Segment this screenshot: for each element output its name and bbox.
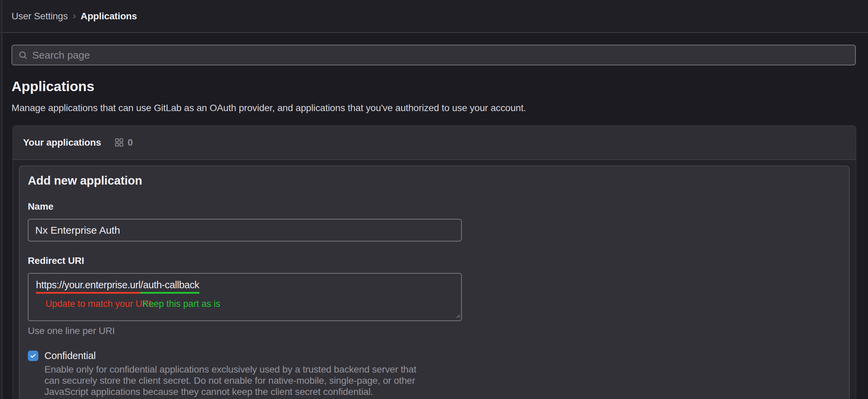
your-applications-title: Your applications: [23, 137, 101, 148]
add-application-title: Add new application: [28, 174, 841, 187]
breadcrumb-user-settings[interactable]: User Settings: [12, 11, 68, 22]
page-description: Manage applications that can use GitLab …: [12, 103, 856, 113]
annotation-keep-label: Keep this part as is: [142, 298, 220, 310]
main-content: Applications Manage applications that ca…: [0, 45, 868, 399]
redirect-uri-textarea[interactable]: https://your.enterprise.urlUpdate to mat…: [28, 273, 462, 321]
check-icon: [29, 352, 37, 359]
confidential-checkbox[interactable]: [28, 351, 38, 361]
your-applications-header: Your applications 0: [13, 126, 856, 160]
add-application-card: Add new application Name Redirect URI ht…: [19, 166, 850, 399]
redirect-uri-part-update: https://your.enterprise.urlUpdate to mat…: [36, 279, 140, 291]
breadcrumb-applications: Applications: [81, 11, 137, 22]
confidential-label[interactable]: Confidential: [44, 350, 96, 361]
page-title: Applications: [12, 79, 856, 94]
panel-body: Add new application Name Redirect URI ht…: [13, 160, 856, 399]
name-input[interactable]: [28, 219, 462, 241]
breadcrumb: User Settings › Applications: [12, 10, 137, 22]
applications-count-badge: 0: [127, 137, 133, 148]
confidential-row: Confidential: [28, 350, 841, 361]
left-edge-strip: [1, 0, 3, 399]
redirect-uri-part-keep: /auth-callbackKeep this part as is: [140, 279, 199, 291]
redirect-uri-hint: Use one line per URI: [28, 326, 841, 336]
search-page-box[interactable]: [12, 45, 856, 65]
applications-grid-icon: [108, 138, 124, 147]
redirect-uri-label: Redirect URI: [28, 255, 841, 266]
top-bar: User Settings › Applications: [0, 0, 868, 33]
resize-handle-icon[interactable]: [456, 313, 460, 319]
chevron-right-icon: ›: [73, 10, 76, 22]
search-icon: [18, 50, 28, 60]
annotation-update-label: Update to match your URL: [45, 298, 154, 310]
your-applications-panel: Your applications 0 Add new application …: [13, 125, 856, 399]
redirect-uri-value: https://your.enterprise.urlUpdate to mat…: [36, 279, 454, 291]
name-label: Name: [28, 201, 841, 212]
confidential-help-text: Enable only for confidential application…: [44, 364, 841, 397]
search-input[interactable]: [32, 49, 849, 61]
